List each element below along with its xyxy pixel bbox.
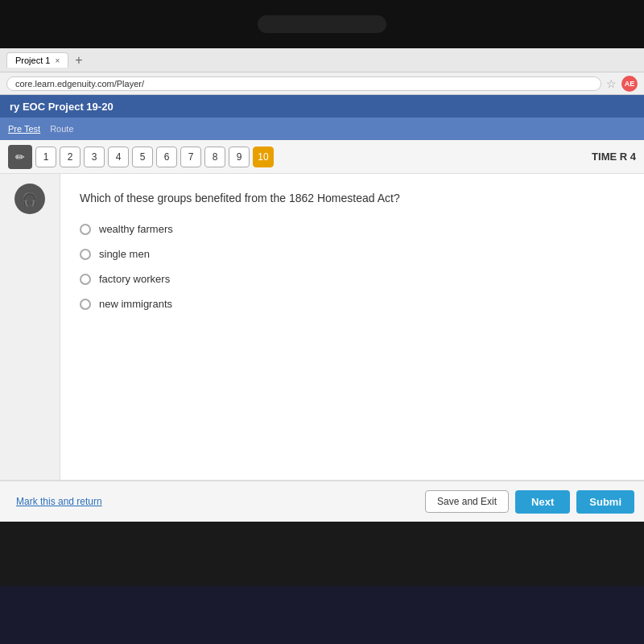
main-content: 🎧 Which of these groups benefited from t…: [0, 174, 644, 480]
question-number-9[interactable]: 9: [229, 147, 250, 167]
question-number-4[interactable]: 4: [108, 147, 129, 167]
sub-nav-route[interactable]: Route: [50, 124, 73, 134]
time-value: 4: [630, 151, 636, 163]
browser-tab-bar: Project 1 × +: [0, 48, 644, 72]
pencil-icon: ✏: [15, 151, 25, 163]
browser-tab[interactable]: Project 1 ×: [6, 52, 68, 68]
camera-bar: [258, 15, 386, 33]
headphones-icon: 🎧: [22, 192, 38, 207]
radio-d[interactable]: [80, 299, 91, 310]
pencil-icon-button[interactable]: ✏: [8, 145, 32, 169]
question-text: Which of these groups benefited from the…: [80, 190, 625, 207]
next-button[interactable]: Next: [515, 490, 570, 514]
sub-nav-pretest[interactable]: Pre Test: [8, 124, 40, 134]
question-number-2[interactable]: 2: [60, 147, 80, 167]
tab-close-button[interactable]: ×: [55, 56, 60, 65]
radio-c[interactable]: [80, 274, 91, 285]
time-display: TIME R 4: [592, 151, 636, 163]
left-panel: 🎧: [0, 174, 60, 480]
bookmark-icon[interactable]: ☆: [606, 77, 617, 90]
option-label-d: new immigrants: [99, 298, 172, 310]
question-number-1[interactable]: 1: [35, 147, 56, 167]
question-number-5[interactable]: 5: [132, 147, 153, 167]
mark-return-link[interactable]: Mark this and return: [16, 496, 102, 507]
question-number-10[interactable]: 10: [253, 147, 274, 167]
question-bar: ✏ 1 2 3 4 5 6 7 8 9 10 TIME R 4: [0, 140, 644, 174]
address-bar[interactable]: core.learn.edgenuity.com/Player/: [6, 76, 601, 91]
question-number-6[interactable]: 6: [156, 147, 177, 167]
radio-a[interactable]: [80, 224, 91, 235]
time-label: TIME R: [592, 151, 627, 163]
app-title: ry EOC Project 19-20: [10, 101, 114, 113]
audio-button[interactable]: 🎧: [14, 184, 45, 214]
answer-option-c[interactable]: factory workers: [80, 273, 625, 285]
address-bar-row: core.learn.edgenuity.com/Player/ ☆ AE: [0, 72, 644, 95]
new-tab-button[interactable]: +: [72, 53, 85, 68]
radio-b[interactable]: [80, 249, 91, 260]
tab-label: Project 1: [15, 56, 50, 65]
save-exit-button[interactable]: Save and Exit: [425, 490, 509, 513]
question-panel: Which of these groups benefited from the…: [60, 174, 644, 480]
answer-option-b[interactable]: single men: [80, 248, 625, 260]
option-label-a: wealthy farmers: [99, 223, 173, 235]
sub-nav: Pre Test Route: [0, 118, 644, 140]
submit-button[interactable]: Submi: [576, 490, 634, 514]
user-avatar: AE: [621, 76, 638, 92]
answer-option-a[interactable]: wealthy farmers: [80, 223, 625, 235]
question-number-8[interactable]: 8: [204, 147, 225, 167]
question-number-7[interactable]: 7: [180, 147, 201, 167]
option-label-c: factory workers: [99, 273, 170, 285]
bezel-bottom: [0, 522, 644, 586]
app-header: ry EOC Project 19-20: [0, 95, 644, 118]
bottom-bar: Mark this and return Save and Exit Next …: [0, 480, 644, 522]
bezel-top: [0, 0, 644, 48]
answer-option-d[interactable]: new immigrants: [80, 298, 625, 310]
option-label-b: single men: [99, 248, 150, 260]
question-number-3[interactable]: 3: [84, 147, 105, 167]
